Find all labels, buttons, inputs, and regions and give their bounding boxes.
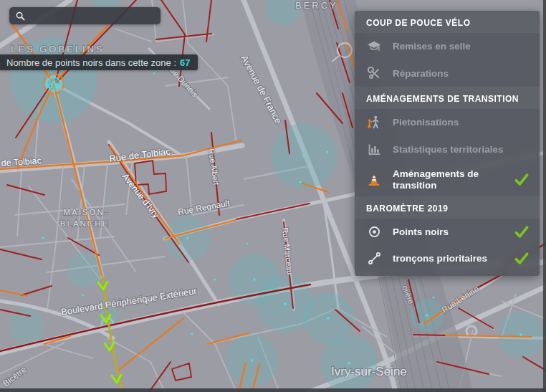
window-right-edge (543, 0, 546, 392)
map-label-bercy: BERCY (295, 0, 338, 11)
pedestrians-icon (365, 115, 383, 130)
search-icon (15, 11, 26, 21)
zone-tooltip: Nombre de points noirs dans cette zone :… (0, 54, 198, 70)
map-label-ivry-sur-seine: Ivry-sur-Seine (331, 365, 407, 378)
menu-item-label: Remises en selle (393, 41, 530, 52)
menu-item-label: Statistiques territoriales (393, 144, 530, 156)
map-label-rue-albert: Rue Albert (207, 148, 221, 186)
menu-item-label: Aménagements de transition (393, 168, 504, 191)
menu-item-label: tronçons prioritaires (393, 253, 504, 264)
check-icon (514, 173, 530, 187)
check-icon (514, 252, 530, 266)
section-header-barometre: BAROMÈTRE 2019 (355, 196, 540, 219)
check-icon (514, 225, 530, 239)
menu-item-label: Pietonisations (393, 117, 530, 128)
menu-item-points-noirs[interactable]: Points noirs (355, 219, 540, 245)
menu-item-remises-en-selle[interactable]: Remises en selle (355, 33, 540, 60)
section-header-amenagements: AMÉNAGEMENTS DE TRANSITION (355, 87, 540, 109)
map-app: LES GOBELINS BERCY de Tolbiac Rue de Tol… (0, 0, 546, 392)
menu-item-label: Points noirs (393, 226, 504, 238)
menu-item-statistiques-territoriales[interactable]: Statistiques territoriales (355, 136, 540, 163)
bar-chart-icon (365, 142, 383, 157)
menu-item-label: Réparations (393, 68, 530, 80)
layers-panel: COUP DE POUCE VÉLO Remises en selle (355, 11, 540, 276)
search-box[interactable] (9, 7, 161, 24)
menu-item-pietonisations[interactable]: Pietonisations (355, 109, 540, 136)
zone-tooltip-value: 67 (180, 57, 190, 68)
map-label-bicetre: Bicêtre (1, 364, 28, 388)
menu-item-reparations[interactable]: Réparations (355, 60, 540, 87)
section-header-coup-de-pouce: COUP DE POUCE VÉLO (355, 11, 540, 33)
map-label-maison-blanche-2: BLANCHE (60, 219, 109, 228)
map-label-rue-regnault: Rue Regnault (177, 198, 231, 217)
menu-item-amenagements-de-transition[interactable]: Aménagements de transition (355, 163, 540, 196)
graduation-cap-icon (365, 39, 383, 54)
map-label-maison-blanche-1: MAISON- (63, 208, 108, 216)
tools-icon (365, 66, 383, 81)
menu-item-troncons-prioritaires[interactable]: tronçons prioritaires (355, 245, 540, 272)
search-input[interactable] (26, 10, 155, 22)
point-icon (365, 224, 383, 239)
window-bottom-edge (0, 388, 546, 392)
map-label-rue-marceau: Rue Marceau (281, 227, 294, 275)
map-label-les-gobelins: LES GOBELINS (11, 44, 105, 54)
traffic-cone-icon (365, 172, 383, 188)
zone-tooltip-label: Nombre de points noirs dans cette zone : (6, 57, 176, 68)
segment-icon (365, 251, 383, 266)
